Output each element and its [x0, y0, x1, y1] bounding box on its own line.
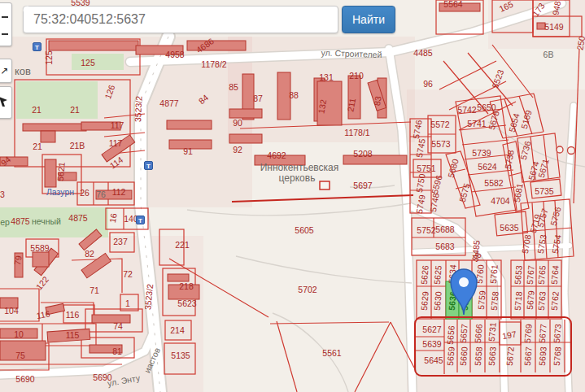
- location-marker-pin[interactable]: [447, 266, 480, 316]
- map-canvas[interactable]: 553946125125ков495846861178/2ул. Строите…: [0, 0, 585, 392]
- transit-stop-icon: Т: [144, 161, 153, 170]
- cadastral-search-input[interactable]: [23, 6, 338, 33]
- cursor-tool-icon: [0, 95, 9, 108]
- arrow-up-right-icon: ↗: [0, 65, 8, 76]
- search-icon: [23, 6, 34, 17]
- measure-tool-button[interactable]: [0, 86, 12, 119]
- transit-stop-icon: Т: [136, 216, 145, 224]
- map-base-layer: [0, 0, 585, 392]
- pan-arrow-button[interactable]: ↗: [0, 59, 12, 83]
- minus-icon: [2, 16, 8, 18]
- transit-stop-icon: Т: [33, 42, 41, 51]
- search-button-label: Найти: [352, 13, 385, 26]
- search-button[interactable]: Найти: [342, 6, 395, 33]
- minus-icon: [2, 33, 8, 35]
- zoom-control-partial[interactable]: [0, 2, 12, 46]
- search-bar: Найти: [23, 6, 395, 33]
